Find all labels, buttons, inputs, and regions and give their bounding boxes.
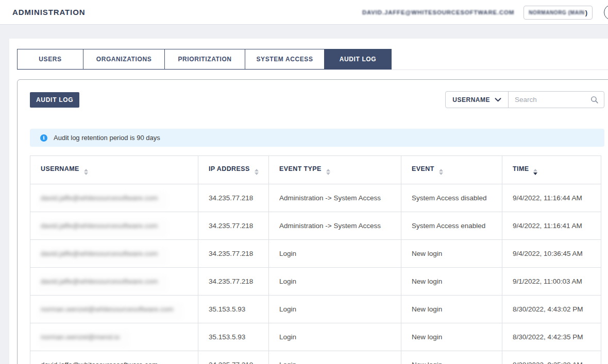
table-row: david.jaffe@whitesourcesoftware.com34.23… bbox=[30, 184, 601, 212]
cell-ip-address-text: 35.153.5.93 bbox=[209, 333, 245, 341]
redacted-username: david.jaffe@whitesourcesoftware.com bbox=[38, 275, 168, 293]
filter-field-label: USERNAME bbox=[452, 96, 490, 103]
org-chip-label: NORMANORG (MAIN bbox=[529, 10, 584, 15]
cell-time-text: 9/1/2022, 11:00:03 AM bbox=[513, 278, 582, 285]
cell-event-type-text: Login bbox=[279, 305, 296, 313]
cell-username: david.jaffe@whitesourcesoftware.com bbox=[30, 268, 198, 296]
cell-event-type: Login bbox=[269, 296, 401, 323]
cell-ip-address-text: 34.235.77.218 bbox=[209, 222, 253, 230]
cell-time-text: 8/30/2022, 4:42:35 PM bbox=[513, 333, 583, 341]
cell-time-text: 8/30/2022, 4:43:02 PM bbox=[513, 305, 583, 313]
sort-icon[interactable] bbox=[533, 169, 537, 175]
table-header-row: USERNAME IP ADDRESS EVENT TYPE EVENT TIM… bbox=[30, 156, 601, 184]
table-row: david.jaffe@whitesourcesoftware.com34.23… bbox=[30, 240, 601, 268]
table-row: david.jaffe@whitesourcesoftware.com34.23… bbox=[30, 351, 601, 364]
cell-username: norman.wenzel@whitesourcesoftware.com bbox=[30, 296, 198, 323]
info-banner-text: Audit log retention period is 90 days bbox=[54, 134, 160, 142]
filter-field-dropdown[interactable]: USERNAME bbox=[446, 92, 508, 108]
cell-ip-address: 34.235.77.218 bbox=[198, 184, 269, 212]
redacted-username: david.jaffe@whitesourcesoftware.com bbox=[38, 219, 168, 237]
cell-ip-address: 34.235.77.218 bbox=[198, 240, 269, 268]
sort-icon[interactable] bbox=[439, 169, 443, 175]
cell-time-text: 8/28/2022, 9:25:28 AM bbox=[513, 361, 583, 364]
cell-event-text: New login bbox=[412, 305, 442, 313]
tab-audit-log[interactable]: AUDIT LOG bbox=[324, 49, 392, 70]
card-header: AUDIT LOG USERNAME bbox=[30, 91, 604, 108]
cell-event-type-text: Login bbox=[279, 278, 296, 285]
cell-username: david.jaffe@whitesourcesoftware.com bbox=[30, 212, 198, 240]
cell-time: 9/4/2022, 10:36:45 AM bbox=[502, 240, 601, 268]
sort-icon[interactable] bbox=[326, 169, 330, 175]
top-bar: ADMINISTRATION DAVID.JAFFE@WHITESOURCESO… bbox=[0, 0, 608, 25]
cell-time: 8/30/2022, 4:43:02 PM bbox=[502, 296, 601, 323]
redacted-username: david.jaffe@whitesourcesoftware.com bbox=[38, 247, 168, 265]
cell-event: New login bbox=[401, 351, 502, 364]
column-header-ip-address[interactable]: IP ADDRESS bbox=[198, 156, 269, 184]
cell-ip-address: 35.153.5.93 bbox=[198, 296, 269, 323]
cell-event-type-text: Administration -> System Access bbox=[279, 194, 381, 202]
chevron-down-icon bbox=[495, 96, 501, 103]
topbar-right: DAVID.JAFFE@WHITESOURCESOFTWARE.COM NORM… bbox=[362, 0, 593, 25]
column-header-event-type[interactable]: EVENT TYPE bbox=[269, 156, 401, 184]
cell-username: norman.wenzel@mend.io bbox=[30, 323, 198, 351]
tab-prioritization[interactable]: PRIORITIZATION bbox=[164, 49, 245, 70]
cell-event: System Access disabled bbox=[401, 184, 502, 212]
table-body: david.jaffe@whitesourcesoftware.com34.23… bbox=[30, 184, 601, 364]
column-header-username[interactable]: USERNAME bbox=[30, 156, 198, 184]
search-input[interactable] bbox=[509, 92, 590, 108]
table-row: norman.wenzel@mend.io35.153.5.93LoginNew… bbox=[30, 323, 601, 351]
column-header-event[interactable]: EVENT bbox=[401, 156, 502, 184]
cell-ip-address-text: 34.235.77.218 bbox=[209, 194, 253, 202]
cell-event: New login bbox=[401, 296, 502, 323]
org-selector-chip[interactable]: NORMANORG (MAIN ) bbox=[523, 6, 593, 20]
cell-event-text: New login bbox=[412, 361, 442, 364]
cell-event-text: New login bbox=[412, 278, 442, 285]
cell-username: david.jaffe@whitesourcesoftware.com bbox=[30, 240, 198, 268]
avatar[interactable] bbox=[604, 5, 608, 20]
column-header-time[interactable]: TIME bbox=[502, 156, 601, 184]
cell-time: 9/1/2022, 11:00:03 AM bbox=[502, 268, 601, 296]
cell-event-type-text: Login bbox=[279, 361, 296, 364]
sort-icon[interactable] bbox=[84, 169, 88, 175]
info-icon: i bbox=[40, 134, 47, 142]
tab-system-access[interactable]: SYSTEM ACCESS bbox=[245, 49, 325, 70]
cell-event-type: Administration -> System Access bbox=[269, 184, 401, 212]
redacted-username: norman.wenzel@mend.io bbox=[38, 331, 130, 349]
tab-users[interactable]: USERS bbox=[17, 49, 83, 70]
cell-event-type-text: Login bbox=[279, 333, 296, 341]
redacted-username: david.jaffe@whitesourcesoftware.com bbox=[38, 192, 168, 210]
cell-time: 9/4/2022, 11:16:44 AM bbox=[502, 184, 601, 212]
audit-log-card: AUDIT LOG USERNAME i Audit log retention… bbox=[17, 79, 608, 364]
cell-time: 8/30/2022, 4:42:35 PM bbox=[502, 323, 601, 351]
tab-organizations[interactable]: ORGANIZATIONS bbox=[83, 49, 165, 70]
cell-username: david.jaffe@whitesourcesoftware.com bbox=[30, 351, 198, 364]
cell-event-type-text: Administration -> System Access bbox=[279, 222, 381, 230]
cell-event-type: Administration -> System Access bbox=[269, 212, 401, 240]
cell-ip-address-text: 35.153.5.93 bbox=[209, 305, 245, 313]
user-email: DAVID.JAFFE@WHITESOURCESOFTWARE.COM bbox=[362, 9, 514, 15]
audit-log-table: USERNAME IP ADDRESS EVENT TYPE EVENT TIM… bbox=[30, 155, 601, 364]
cell-event: New login bbox=[401, 268, 502, 296]
sort-icon[interactable] bbox=[255, 169, 259, 175]
cell-username: david.jaffe@whitesourcesoftware.com bbox=[30, 184, 198, 212]
cell-username-text: david.jaffe@whitesourcesoftware.com bbox=[41, 361, 158, 364]
cell-ip-address: 34.235.77.218 bbox=[198, 212, 269, 240]
cell-event: New login bbox=[401, 323, 502, 351]
info-banner: i Audit log retention period is 90 days bbox=[30, 129, 604, 147]
cell-time: 8/28/2022, 9:25:28 AM bbox=[502, 351, 601, 364]
filter-search-group: USERNAME bbox=[445, 91, 604, 108]
cell-event-type: Login bbox=[269, 268, 401, 296]
table-row: norman.wenzel@whitesourcesoftware.com35.… bbox=[30, 296, 601, 323]
cell-event-type: Login bbox=[269, 351, 401, 364]
cell-ip-address: 34.235.77.218 bbox=[198, 351, 269, 364]
cell-event-text: New login bbox=[412, 250, 442, 257]
cell-ip-address: 34.235.77.218 bbox=[198, 268, 269, 296]
section-title-badge: AUDIT LOG bbox=[30, 92, 79, 108]
cell-event-type-text: Login bbox=[279, 250, 296, 257]
cell-event-text: System Access enabled bbox=[412, 222, 485, 230]
search-icon[interactable] bbox=[590, 95, 604, 104]
cell-ip-address-text: 34.235.77.218 bbox=[209, 278, 253, 285]
cell-event-type: Login bbox=[269, 323, 401, 351]
table-row: david.jaffe@whitesourcesoftware.com34.23… bbox=[30, 212, 601, 240]
cell-event: New login bbox=[401, 240, 502, 268]
